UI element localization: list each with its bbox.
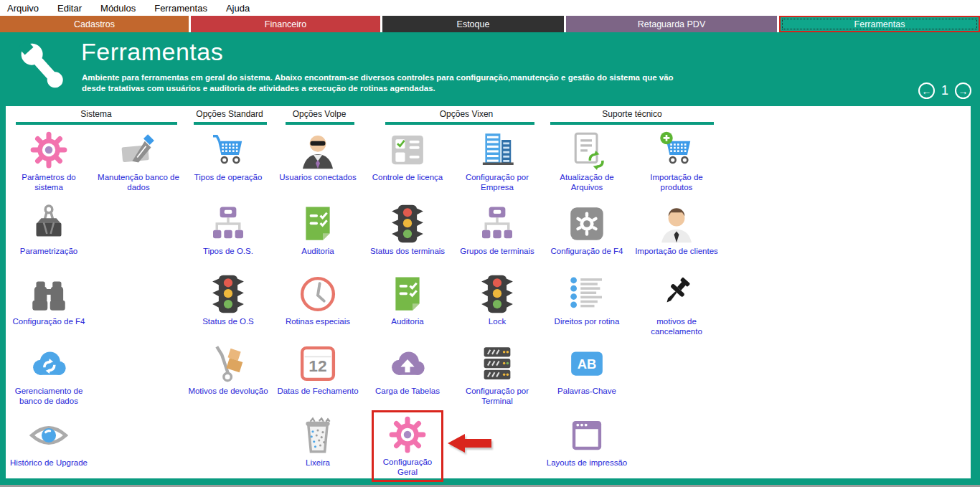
buildings-icon [456,129,539,171]
tile-importacao-de-produtos[interactable]: Importação de produtos [635,129,718,192]
tile-auditoria[interactable]: Auditoria [276,203,359,257]
tile-palavras-chave[interactable]: ABPalavras-Chave [545,343,628,397]
tab-label: Retaguarda PDV [638,19,706,29]
tile-configuracao-por-terminal[interactable]: Configuração por Terminal [456,343,539,406]
page-number: 1 [941,83,948,98]
tab-cadastros[interactable]: Cadastros [0,16,189,32]
tile-status-de-o-s[interactable]: Status de O.S [187,273,270,327]
menu-item-arquivo[interactable]: Arquivo [7,3,39,14]
tile-label: Importação de clientes [635,247,718,257]
cloud-upload-icon [366,343,449,384]
gear-pink-icon [374,414,441,455]
next-page-icon[interactable]: → [955,82,971,99]
tile-label: Auditoria [366,317,449,327]
tile-configuracao-geral[interactable]: Configuração Geral [372,410,443,482]
tile-tipos-de-operacao[interactable]: Tipos de operação [187,129,270,183]
tile-label: Datas de Fechamento [276,387,359,397]
window-purple-icon [545,415,628,456]
tile-label: Rotinas especiais [276,317,359,327]
menu-item-editar[interactable]: Editar [57,3,82,14]
tile-historico-de-upgrade[interactable]: Histórico de Upgrade [7,415,90,468]
section-underline [550,122,714,125]
tile-lixeira[interactable]: Lixeira [276,415,359,468]
pushpin-icon [635,273,718,315]
gear-tile-icon [545,203,628,245]
tab-label: Financeiro [265,19,306,29]
tile-controle-de-licenca[interactable]: Controle de licença [366,129,449,183]
tile-status-dos-terminais[interactable]: Status dos terminais [366,203,449,257]
wrench-icon [11,35,77,104]
tile-label: Grupos de terminais [456,247,539,257]
tile-rotinas-especiais[interactable]: Rotinas especiais [276,273,359,327]
page-description: Ambiente para ferramentas em geral do si… [82,72,674,93]
menu-item-modulos[interactable]: Módulos [100,3,136,14]
tile-parametrizacao[interactable]: Parametrização [7,203,90,257]
tile-label: Gerenciamento de banco de dados [7,387,90,406]
tile-label: Configuração Geral [374,458,441,477]
tile-label: Carga de Tabelas [366,387,449,397]
tile-datas-de-fechamento[interactable]: 12Datas de Fechamento [276,343,359,397]
tile-label: Layouts de impressão [545,458,628,468]
calendar-12-icon: 12 [276,343,359,384]
tile-label: Status dos terminais [366,247,449,257]
tile-label: Configuração por Empresa [456,173,539,192]
bullet-list-icon [545,273,628,315]
tab-retaguarda-pdv[interactable]: Retaguarda PDV [566,16,777,32]
tab-financeiro[interactable]: Financeiro [191,16,380,32]
traffic-light-icon [456,273,539,315]
section-underline [385,122,534,125]
tile-atualizacao-de-arquivos[interactable]: Atualização de Arquivos [545,129,628,192]
page-description-line2: desde tratativas com usuários e auditori… [82,83,674,94]
tile-label: Lixeira [276,458,359,468]
tab-focus-outline [782,19,977,29]
menu-item-ferramentas[interactable]: Ferramentas [154,3,207,14]
tile-auditoria[interactable]: Auditoria [366,273,449,327]
prev-page-icon[interactable]: ← [918,82,935,99]
eye-icon [7,415,90,456]
tile-usuarios-conectados[interactable]: Usuarios conectados [276,129,359,183]
cart-plus-icon [635,129,718,171]
binder-clip-icon [7,203,90,245]
tile-carga-de-tabelas[interactable]: Carga de Tabelas [366,343,449,397]
tile-label: Configuração por Terminal [456,387,539,406]
page-header: Ferramentas Ambiente para ferramentas em… [0,32,980,106]
tile-grupos-de-terminais[interactable]: Grupos de terminais [456,203,539,257]
tile-label: Motivos de devolução [187,387,270,397]
menu-item-ajuda[interactable]: Ajuda [226,3,250,14]
user-sunglasses-icon [276,129,359,171]
module-tabstrip: CadastrosFinanceiroEstoqueRetaguarda PDV… [0,16,980,32]
tile-motivos-de-cancelamento[interactable]: motivos de cancelamento [635,273,718,336]
tab-estoque[interactable]: Estoque [382,16,564,32]
page-description-line1: Ambiente para ferramentas em geral do si… [82,72,674,83]
tile-tipos-de-o-s[interactable]: Tipos de O.S. [187,203,270,257]
section-header-opcoes-volpe: Opções Volpe [293,109,347,119]
cart-blue-icon [187,129,270,171]
tile-label: Parâmetros do sistema [7,173,90,192]
tile-configuracao-de-f4[interactable]: Configuração de F4 [7,273,90,327]
tile-layouts-de-impressao[interactable]: Layouts de impressão [545,415,628,468]
traffic-light-icon [366,203,449,245]
tab-ferramentas[interactable]: Ferramentas [779,16,980,32]
tile-label: Direitos por rotina [545,317,628,327]
tile-label: Manutenção banco de dados [97,173,180,192]
org-chart-icon [456,203,539,245]
binoculars-icon [7,273,90,315]
tile-manutencao-banco-de-dados[interactable]: Manutenção banco de dados [97,129,180,192]
tile-parametros-do-sistema[interactable]: Parâmetros do sistema [7,129,90,192]
tile-gerenciamento-de-banco-de-dados[interactable]: Gerenciamento de banco de dados [7,343,90,406]
tile-label: Palavras-Chave [545,387,628,397]
tile-configuracao-por-empresa[interactable]: Configuração por Empresa [456,129,539,192]
tile-label: Configuração de F4 [7,317,90,327]
tab-label: Estoque [457,19,490,29]
tile-label: Parametrização [7,247,90,257]
section-header-opcoes-vixen: Opções Vixen [440,109,494,119]
tools-panel: SistemaOpções StandardOpções VolpeOpções… [6,106,971,478]
tab-label: Cadastros [74,19,115,29]
tile-motivos-de-devolucao[interactable]: Motivos de devolução [187,343,270,397]
tile-lock[interactable]: Lock [456,273,539,327]
section-underline [194,122,267,125]
tile-configuracao-de-f4[interactable]: Configuração de F4 [545,203,628,257]
tile-importacao-de-clientes[interactable]: Importação de clientes [635,203,718,257]
tile-label: Auditoria [276,247,359,257]
tile-direitos-por-rotina[interactable]: Direitos por rotina [545,273,628,327]
